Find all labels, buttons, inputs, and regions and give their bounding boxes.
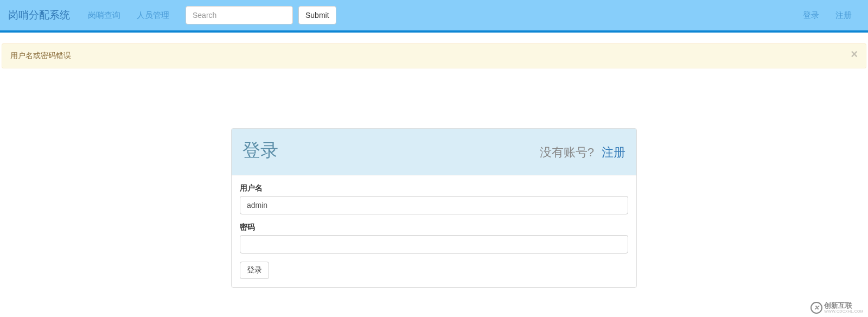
navbar-brand[interactable]: 岗哨分配系统 (8, 8, 80, 22)
password-input[interactable] (240, 235, 628, 253)
login-submit-button[interactable]: 登录 (240, 262, 269, 279)
navbar-right: 登录 注册 (795, 5, 860, 26)
alert-message: 用户名或密码错误 (10, 51, 71, 60)
no-account-text: 没有账号? (540, 145, 594, 159)
username-group: 用户名 (240, 183, 628, 214)
password-label: 密码 (240, 223, 628, 232)
alert-close-button[interactable]: × (851, 48, 858, 60)
username-label: 用户名 (240, 183, 628, 193)
login-title: 登录 (242, 138, 278, 163)
login-header-right: 没有账号? 注册 (540, 144, 626, 161)
search-input[interactable] (186, 6, 293, 24)
nav-item-query[interactable]: 岗哨查询 (80, 5, 129, 26)
nav-item-personnel[interactable]: 人员管理 (129, 5, 177, 26)
login-panel-header: 登录 没有账号? 注册 (232, 129, 636, 175)
username-input[interactable] (240, 196, 628, 214)
nav-login-link[interactable]: 登录 (795, 5, 827, 26)
register-link[interactable]: 注册 (597, 145, 626, 159)
nav-register-link[interactable]: 注册 (827, 5, 860, 26)
search-submit-button[interactable]: Submit (298, 6, 336, 24)
login-panel-body: 用户名 密码 登录 (232, 175, 636, 287)
password-group: 密码 (240, 223, 628, 253)
login-panel: 登录 没有账号? 注册 用户名 密码 登录 (231, 128, 637, 288)
alert-warning: 用户名或密码错误 × (2, 43, 866, 68)
search-form: Submit (186, 6, 336, 24)
navbar: 岗哨分配系统 岗哨查询 人员管理 Submit 登录 注册 (0, 0, 868, 33)
